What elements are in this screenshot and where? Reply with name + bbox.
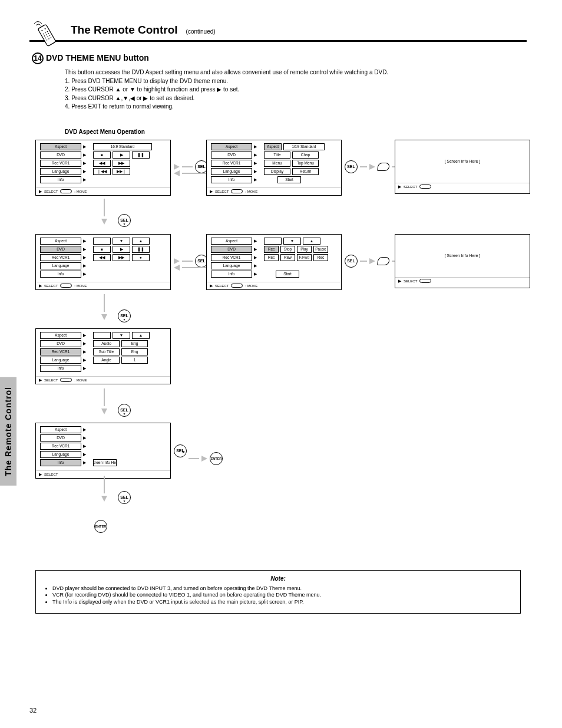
- step-number-icon: 14: [32, 52, 44, 64]
- osd-menu-2: Aspect▶Aspect16:9 Standard DVD▶TitleChap…: [206, 140, 342, 196]
- enter-button[interactable]: ENTER: [94, 520, 107, 533]
- side-tab: The Remote Control: [0, 377, 16, 486]
- step-1: 1. Press DVD THEME MENU to display the D…: [65, 78, 527, 85]
- step-4: 4. Press EXIT to return to normal viewin…: [65, 103, 527, 111]
- enter-button[interactable]: ENTER: [210, 452, 223, 465]
- svg-rect-0: [38, 24, 56, 46]
- osd-menu-6: Aspect▶ DVD▶ Rec VCR1▶ Language▶ Info▶[ …: [35, 423, 171, 479]
- osd-menu-3: Aspect▶▼▲ DVD▶■▶❚❚ Rec VCR1▶◀◀▶▶● Langua…: [35, 234, 171, 290]
- select-button[interactable]: SEL: [345, 255, 358, 268]
- select-button[interactable]: SEL▶: [174, 444, 187, 457]
- tv-bubble-icon: [377, 257, 390, 265]
- step-2: 2. Press CURSOR ▲ or ▼ to highlight func…: [65, 86, 527, 94]
- osd-menu-5: Aspect▶▼▲ DVD▶AudioEng Rec VCR1▶Sub Titl…: [35, 328, 171, 384]
- osd-blank-2: [ Screen Info Here ] ▶SELECT: [395, 234, 530, 288]
- note-item: VCR (for recording DVD) should be connec…: [52, 592, 513, 599]
- note-item: The Info is displayed only when the DVD …: [52, 599, 513, 606]
- osd-blank-1: [ Screen Info Here ] ▶SELECT: [395, 140, 530, 194]
- section-heading: 14 DVD THEME MENU button: [32, 52, 527, 64]
- osd-menu-1: Aspect▶16:9 Standard DVD▶■▶❚❚ Rec VCR1▶◀…: [35, 140, 171, 196]
- remote-icon: [32, 21, 61, 50]
- note-title: Note:: [43, 575, 513, 582]
- subheading: DVD Aspect Menu Operation: [65, 129, 527, 135]
- tv-bubble-icon: [377, 163, 390, 171]
- heading-text: DVD THEME MENU button: [46, 53, 149, 62]
- intro-text: This button accesses the DVD Aspect sett…: [65, 69, 527, 77]
- page-number: 32: [29, 707, 37, 714]
- diagram: Aspect▶16:9 Standard DVD▶■▶❚❚ Rec VCR1▶◀…: [35, 140, 527, 541]
- step-3: 3. Press CURSOR ▲,▼,◀ or ▶ to set as des…: [65, 95, 527, 103]
- page-subtitle: (continued): [186, 28, 216, 35]
- note-item: DVD player should be connected to DVD IN…: [52, 585, 513, 592]
- divider: [29, 40, 527, 42]
- note-box: Note: DVD player should be connected to …: [35, 570, 521, 614]
- page-title: The Remote Control: [71, 24, 178, 37]
- select-button[interactable]: SEL▼: [118, 309, 131, 322]
- select-button[interactable]: SEL▼: [118, 404, 131, 417]
- osd-menu-4: Aspect▶▼▲ DVD▶RecStopPlayPause Rec VCR1▶…: [206, 234, 342, 290]
- select-button[interactable]: SEL: [345, 160, 358, 173]
- select-button[interactable]: SEL▼: [118, 214, 131, 227]
- select-button[interactable]: SEL▼: [118, 491, 131, 504]
